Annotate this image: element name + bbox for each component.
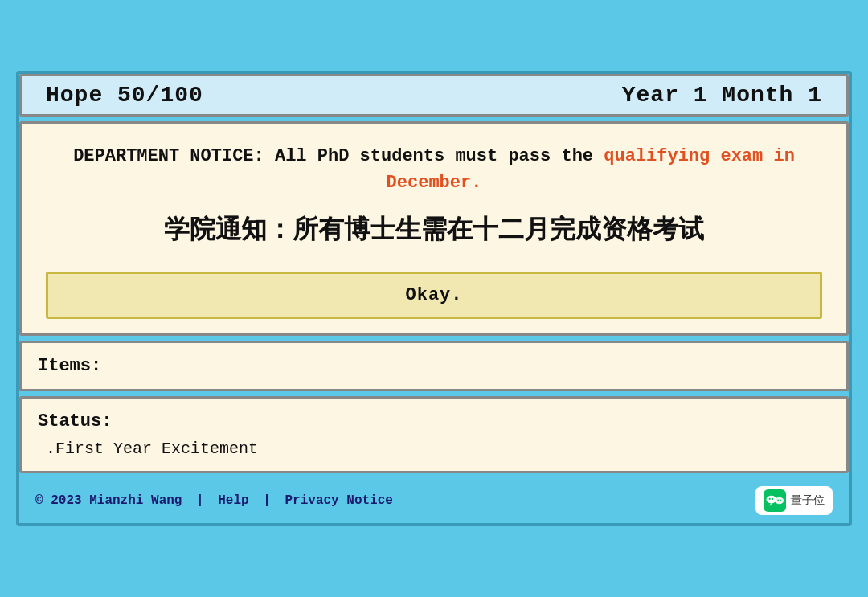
header-bar: Hope 50/100 Year 1 Month 1	[19, 74, 849, 117]
status-panel: Status: .First Year Excitement	[19, 396, 849, 473]
footer-privacy-link[interactable]: Privacy Notice	[285, 493, 393, 508]
status-label: Status:	[38, 411, 830, 431]
footer-bar: © 2023 Mianzhi Wang | Help | Privacy Not…	[19, 478, 849, 523]
footer-copyright: © 2023 Mianzhi Wang	[35, 493, 182, 508]
hope-display: Hope 50/100	[46, 83, 203, 108]
notice-chinese: 学院通知：所有博士生需在十二月完成资格考试	[46, 212, 822, 247]
footer-text: © 2023 Mianzhi Wang | Help | Privacy Not…	[35, 493, 393, 508]
status-item-first-year: .First Year Excitement	[38, 440, 830, 458]
footer-help-link[interactable]: Help	[218, 493, 248, 508]
svg-point-5	[777, 499, 779, 501]
main-container: Hope 50/100 Year 1 Month 1 DEPARTMENT NO…	[16, 71, 852, 526]
svg-point-6	[780, 499, 781, 501]
svg-point-2	[775, 497, 784, 504]
notice-english-prefix: DEPARTMENT NOTICE: All PhD students must…	[73, 146, 604, 166]
items-panel: Items:	[19, 341, 849, 391]
svg-point-4	[772, 498, 773, 500]
svg-point-1	[767, 496, 777, 504]
footer-separator-2: |	[263, 493, 271, 508]
footer-separator-1: |	[196, 493, 204, 508]
okay-button[interactable]: Okay.	[46, 272, 822, 319]
date-display: Year 1 Month 1	[622, 83, 822, 108]
items-label: Items:	[38, 356, 830, 376]
notice-english: DEPARTMENT NOTICE: All PhD students must…	[46, 143, 822, 196]
svg-point-3	[769, 498, 771, 500]
notice-panel: DEPARTMENT NOTICE: All PhD students must…	[19, 121, 849, 336]
wechat-badge: 量子位	[755, 486, 833, 515]
wechat-label: 量子位	[791, 493, 825, 508]
wechat-icon	[764, 489, 786, 512]
